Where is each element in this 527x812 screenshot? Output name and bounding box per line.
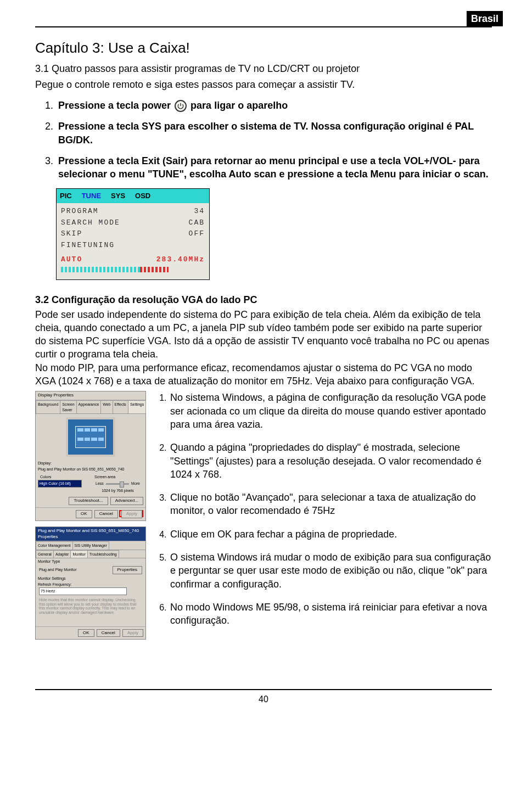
dialog1-display-label: Display: (36, 460, 145, 466)
page-number: 40 (35, 693, 492, 705)
osd-tabs: PIC TUNE SYS OSD (57, 189, 209, 203)
sub-step-3: Clique no botão "Avançado", para selecio… (169, 491, 492, 518)
steps-list: Pressione a tecla power para ligar o apa… (35, 99, 492, 181)
dialog1-tab: Web (100, 400, 113, 413)
dialog1-area-value: 1024 by 768 pixels (92, 488, 143, 494)
country-badge: Brasil (467, 11, 503, 26)
dialog2-tab: Adapter (53, 550, 71, 558)
dialog2-tab: General (36, 550, 54, 558)
section-3-2-title: 3.2 Configuração da resolução VGA do lad… (35, 293, 492, 306)
osd-row-value: 34 (194, 206, 205, 216)
step-2: Pressione a tecla SYS para escolher o si… (56, 120, 492, 147)
dialog1-area-more: More (131, 481, 140, 486)
sub-step-4: Clique em OK para fechar a página de pro… (169, 528, 492, 541)
step-1-text-b: para ligar o aparelho (190, 100, 288, 111)
dialog1-title: Display Properties (36, 391, 145, 400)
osd-body: PROGRAM34 SEARCH MODECAB SKIPOFF FINETUN… (57, 203, 209, 254)
chapter-title: Capítulo 3: Use a Caixa! (35, 38, 492, 58)
power-icon (175, 100, 187, 112)
sub-step-6: No modo Windows ME 95/98, o sistema irá … (169, 601, 492, 628)
dialog2-apply-button: Apply (122, 629, 143, 637)
section-3-2-body: Pode ser usado independente do sistema d… (35, 308, 492, 388)
osd-tab-tune: TUNE (82, 191, 101, 201)
osd-tab-sys: SYS (111, 191, 125, 201)
dialog2-monitor-value: Plug and Play Monitor (39, 567, 76, 572)
step-3: Pressione a tecla Exit (Sair) para retor… (56, 154, 492, 181)
dialog1-advanced-button: Advanced... (110, 497, 143, 505)
dialog1-colors-label: Colors (38, 474, 89, 480)
dialog1-apply-button: Apply (121, 510, 142, 518)
footer-rule (35, 689, 492, 690)
osd-auto-value: 283.40MHz (156, 255, 205, 265)
monitor-preview (66, 417, 115, 457)
dialog1-tab: Background (36, 400, 60, 413)
dialog2-settings-label: Monitor Settings (36, 575, 145, 581)
osd-tab-pic: PIC (60, 191, 72, 201)
dialog2-monitor-type-label: Monitor Type (36, 558, 145, 564)
header-rule (35, 26, 492, 27)
osd-row-label: PROGRAM (61, 206, 99, 216)
dialog2-tab: Color Management (36, 541, 73, 549)
dialog1-cancel-button: Cancel (94, 510, 118, 518)
dialog1-area-less: Less (96, 481, 104, 486)
dialog1-colors-value: High Color (16 bit) (38, 480, 82, 487)
display-properties-dialog: Display Properties Background Screen Sav… (35, 391, 146, 520)
dialog1-area-label: Screen area (92, 474, 143, 480)
dialog1-tab: Effects (113, 400, 128, 413)
dialog2-tab: Troubleshooting (87, 550, 119, 558)
sub-steps-list: No sistema Windows, a página de configur… (154, 391, 492, 637)
dialog1-ok-button: OK (76, 510, 92, 518)
osd-auto-row: AUTO 283.40MHz (57, 254, 209, 266)
osd-row-label: SEARCH MODE (61, 218, 120, 228)
dialog1-tab: Appearance (76, 400, 102, 413)
dialog1-display-value: Plug and Play Monitor on SiS 650_651_M65… (36, 466, 145, 472)
dialog2-tabs-top: Color Management SiS Utility Manager (36, 541, 145, 550)
dialog2-ok-button: OK (78, 629, 94, 637)
dialog2-refresh-label: Refresh Frequency: (36, 581, 145, 587)
dialog2-tab: SiS Utility Manager (72, 541, 110, 549)
osd-row-label: SKIP (61, 229, 82, 239)
section-3-1-title: 3.1 Quatro passos para assistir programa… (35, 62, 492, 75)
osd-menu: PIC TUNE SYS OSD PROGRAM34 SEARCH MODECA… (56, 188, 210, 280)
sub-step-2: Quando a página "propriedades do display… (169, 441, 492, 481)
sub-step-5: O sistema Windows irá mudar o modo de ex… (169, 551, 492, 591)
osd-tab-osd: OSD (135, 191, 150, 201)
osd-progress (57, 266, 209, 280)
osd-auto-label: AUTO (61, 255, 82, 265)
dialog2-note: Hide modes that this monitor cannot disp… (36, 596, 145, 617)
resolution-slider (106, 483, 129, 485)
dialog2-tab-monitor: Monitor (70, 550, 87, 558)
monitor-properties-dialog: Plug and Play Monitor and SiS 650_651_M6… (35, 527, 146, 640)
step-1-text-a: Pressione a tecla power (58, 100, 173, 111)
dialog2-tabs-bottom: General Adapter Monitor Troubleshooting (36, 550, 145, 558)
sub-step-1: No sistema Windows, a página de configur… (169, 391, 492, 431)
step-2-text: Pressione a tecla SYS para escolher o si… (58, 121, 474, 145)
osd-row-value: OFF (189, 229, 205, 239)
step-1: Pressione a tecla power para ligar o apa… (56, 99, 492, 112)
dialog2-properties-button: Properties (113, 566, 142, 574)
osd-row-label: FINETUNING (61, 240, 115, 250)
osd-row-value: CAB (189, 218, 205, 228)
dialog2-cancel-button: Cancel (97, 629, 120, 637)
section-3-1-intro: Pegue o controle remoto e siga estes pas… (35, 78, 492, 91)
dialog1-troubleshoot-button: Troubleshoot... (69, 497, 108, 505)
dialog1-tab-settings: Settings (128, 400, 146, 413)
dialog1-tab: Screen Saver (60, 400, 76, 413)
dialog2-refresh-value: 75 Hertz (39, 587, 127, 595)
dialog1-tabs: Background Screen Saver Appearance Web E… (36, 400, 145, 414)
dialog2-title: Plug and Play Monitor and SiS 650_651_M6… (36, 527, 145, 542)
step-3-text: Pressione a tecla Exit (Sair) para retor… (58, 155, 489, 180)
